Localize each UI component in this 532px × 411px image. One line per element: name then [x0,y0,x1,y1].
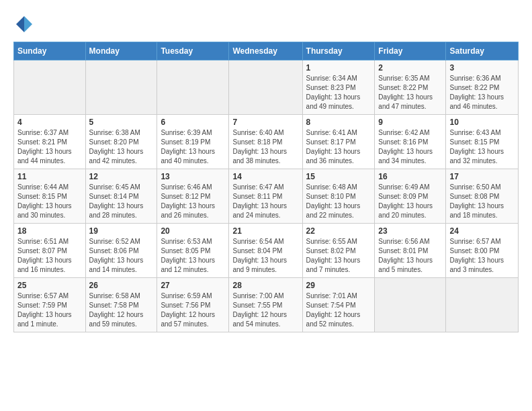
calendar-week-3: 11Sunrise: 6:44 AM Sunset: 8:15 PM Dayli… [14,169,519,224]
page-header [13,13,519,35]
calendar-cell [375,278,446,332]
day-info: Sunrise: 6:39 AM Sunset: 8:19 PM Dayligh… [161,128,225,166]
calendar-week-1: 1Sunrise: 6:34 AM Sunset: 8:23 PM Daylig… [14,60,519,115]
header-monday: Monday [85,42,157,60]
day-info: Sunrise: 6:49 AM Sunset: 8:09 PM Dayligh… [378,183,442,220]
day-info: Sunrise: 6:54 AM Sunset: 8:04 PM Dayligh… [232,237,298,275]
day-number: 4 [17,118,82,127]
day-info: Sunrise: 7:01 AM Sunset: 7:54 PM Dayligh… [306,291,371,329]
calendar-cell: 24Sunrise: 6:57 AM Sunset: 8:00 PM Dayli… [446,224,519,278]
calendar-cell: 23Sunrise: 6:56 AM Sunset: 8:01 PM Dayli… [375,224,446,278]
calendar-cell: 12Sunrise: 6:45 AM Sunset: 8:14 PM Dayli… [85,169,157,224]
day-number: 24 [449,226,515,236]
calendar-cell: 20Sunrise: 6:53 AM Sunset: 8:05 PM Dayli… [157,224,229,278]
calendar-cell: 14Sunrise: 6:47 AM Sunset: 8:11 PM Dayli… [229,169,302,224]
calendar-cell: 25Sunrise: 6:57 AM Sunset: 7:59 PM Dayli… [14,278,86,332]
day-info: Sunrise: 7:00 AM Sunset: 7:55 PM Dayligh… [232,291,298,329]
calendar-cell: 2Sunrise: 6:35 AM Sunset: 8:22 PM Daylig… [375,60,446,115]
calendar-cell: 27Sunrise: 6:59 AM Sunset: 7:56 PM Dayli… [157,278,229,332]
calendar-cell [85,60,157,115]
day-number: 8 [306,118,371,127]
day-number: 1 [306,63,371,73]
day-info: Sunrise: 6:57 AM Sunset: 7:59 PM Dayligh… [17,291,82,329]
calendar-cell: 1Sunrise: 6:34 AM Sunset: 8:23 PM Daylig… [302,60,375,115]
day-number: 9 [378,118,442,127]
calendar-cell: 15Sunrise: 6:48 AM Sunset: 8:10 PM Dayli… [302,169,375,224]
day-info: Sunrise: 6:53 AM Sunset: 8:05 PM Dayligh… [161,237,225,275]
calendar-cell: 26Sunrise: 6:58 AM Sunset: 7:58 PM Dayli… [85,278,157,332]
day-number: 16 [378,172,442,181]
calendar-cell: 7Sunrise: 6:40 AM Sunset: 8:18 PM Daylig… [229,115,302,169]
calendar-cell: 8Sunrise: 6:41 AM Sunset: 8:17 PM Daylig… [302,115,375,169]
calendar-week-5: 25Sunrise: 6:57 AM Sunset: 7:59 PM Dayli… [14,278,519,332]
calendar-cell: 4Sunrise: 6:37 AM Sunset: 8:21 PM Daylig… [14,115,86,169]
calendar-cell: 16Sunrise: 6:49 AM Sunset: 8:09 PM Dayli… [375,169,446,224]
header-tuesday: Tuesday [157,42,229,60]
day-info: Sunrise: 6:58 AM Sunset: 7:58 PM Dayligh… [89,291,154,329]
day-number: 25 [17,281,82,290]
calendar-cell [157,60,229,115]
day-number: 7 [232,118,298,127]
day-info: Sunrise: 6:40 AM Sunset: 8:18 PM Dayligh… [232,128,298,166]
calendar-cell: 17Sunrise: 6:50 AM Sunset: 8:08 PM Dayli… [446,169,519,224]
day-number: 29 [306,281,371,290]
day-number: 19 [89,226,154,236]
day-number: 28 [232,281,298,290]
calendar-cell: 19Sunrise: 6:52 AM Sunset: 8:06 PM Dayli… [85,224,157,278]
day-info: Sunrise: 6:52 AM Sunset: 8:06 PM Dayligh… [89,237,154,275]
day-number: 15 [306,172,371,181]
calendar-table: SundayMondayTuesdayWednesdayThursdayFrid… [13,42,519,332]
day-info: Sunrise: 6:59 AM Sunset: 7:56 PM Dayligh… [161,291,225,329]
day-info: Sunrise: 6:51 AM Sunset: 8:07 PM Dayligh… [17,237,82,275]
calendar-cell: 5Sunrise: 6:38 AM Sunset: 8:20 PM Daylig… [85,115,157,169]
day-info: Sunrise: 6:41 AM Sunset: 8:17 PM Dayligh… [306,128,371,166]
calendar-cell: 3Sunrise: 6:36 AM Sunset: 8:22 PM Daylig… [446,60,519,115]
calendar-header-row: SundayMondayTuesdayWednesdayThursdayFrid… [14,42,519,60]
logo [13,13,38,35]
header-wednesday: Wednesday [229,42,302,60]
calendar-cell [446,278,519,332]
day-number: 18 [17,226,82,236]
day-number: 12 [89,172,154,181]
day-info: Sunrise: 6:43 AM Sunset: 8:15 PM Dayligh… [449,128,515,166]
day-info: Sunrise: 6:44 AM Sunset: 8:15 PM Dayligh… [17,183,82,220]
calendar-cell [229,60,302,115]
day-number: 23 [378,226,442,236]
calendar-cell: 28Sunrise: 7:00 AM Sunset: 7:55 PM Dayli… [229,278,302,332]
svg-marker-1 [16,16,24,32]
calendar-cell [14,60,86,115]
day-number: 26 [89,281,154,290]
calendar-cell: 22Sunrise: 6:55 AM Sunset: 8:02 PM Dayli… [302,224,375,278]
day-info: Sunrise: 6:55 AM Sunset: 8:02 PM Dayligh… [306,237,371,275]
day-number: 17 [449,172,515,181]
calendar-cell: 18Sunrise: 6:51 AM Sunset: 8:07 PM Dayli… [14,224,86,278]
calendar-cell: 10Sunrise: 6:43 AM Sunset: 8:15 PM Dayli… [446,115,519,169]
day-number: 10 [449,118,515,127]
svg-marker-0 [24,16,32,32]
day-number: 5 [89,118,154,127]
calendar-week-2: 4Sunrise: 6:37 AM Sunset: 8:21 PM Daylig… [14,115,519,169]
calendar-week-4: 18Sunrise: 6:51 AM Sunset: 8:07 PM Dayli… [14,224,519,278]
day-info: Sunrise: 6:56 AM Sunset: 8:01 PM Dayligh… [378,237,442,275]
day-info: Sunrise: 6:34 AM Sunset: 8:23 PM Dayligh… [306,74,371,111]
header-thursday: Thursday [302,42,375,60]
day-number: 20 [161,226,225,236]
day-number: 21 [232,226,298,236]
header-saturday: Saturday [446,42,519,60]
day-info: Sunrise: 6:46 AM Sunset: 8:12 PM Dayligh… [161,183,225,220]
day-info: Sunrise: 6:36 AM Sunset: 8:22 PM Dayligh… [449,74,515,111]
day-info: Sunrise: 6:45 AM Sunset: 8:14 PM Dayligh… [89,183,154,220]
day-info: Sunrise: 6:57 AM Sunset: 8:00 PM Dayligh… [449,237,515,275]
calendar-cell: 9Sunrise: 6:42 AM Sunset: 8:16 PM Daylig… [375,115,446,169]
header-sunday: Sunday [14,42,86,60]
logo-icon [13,13,35,35]
day-info: Sunrise: 6:50 AM Sunset: 8:08 PM Dayligh… [449,183,515,220]
day-number: 14 [232,172,298,181]
calendar-cell: 29Sunrise: 7:01 AM Sunset: 7:54 PM Dayli… [302,278,375,332]
day-info: Sunrise: 6:38 AM Sunset: 8:20 PM Dayligh… [89,128,154,166]
day-info: Sunrise: 6:37 AM Sunset: 8:21 PM Dayligh… [17,128,82,166]
day-number: 6 [161,118,225,127]
calendar-cell: 21Sunrise: 6:54 AM Sunset: 8:04 PM Dayli… [229,224,302,278]
day-info: Sunrise: 6:35 AM Sunset: 8:22 PM Dayligh… [378,74,442,111]
day-number: 27 [161,281,225,290]
